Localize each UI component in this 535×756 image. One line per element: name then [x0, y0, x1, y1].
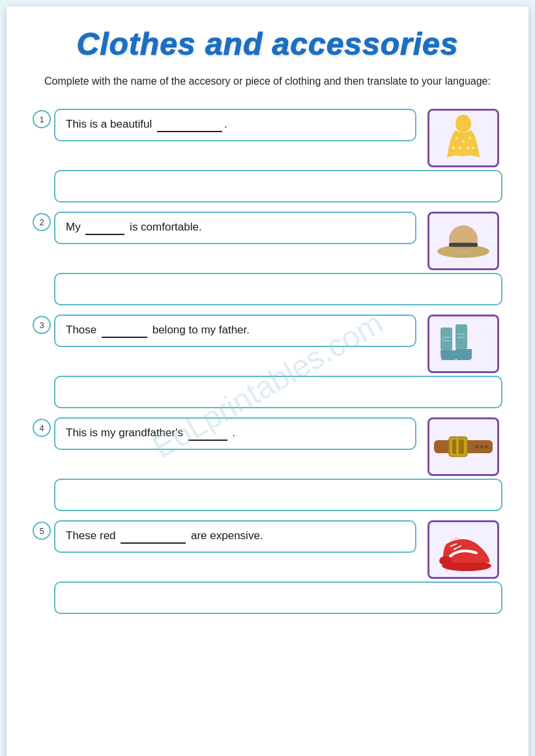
translate-box-1[interactable]: [54, 170, 502, 203]
sentence-box-4: This is my grandfather's .: [54, 417, 416, 450]
translate-box-2[interactable]: [54, 273, 502, 305]
number-bubble-3: 3: [33, 316, 51, 334]
svg-point-29: [439, 556, 452, 565]
dress-icon: [441, 112, 486, 164]
blank-1[interactable]: [157, 118, 222, 132]
number-bubble-2: 2: [33, 213, 51, 231]
sentence-box-5: These red are expensive.: [54, 520, 416, 553]
svg-point-1: [455, 137, 458, 139]
exercise-item-4: 4 This is my grandfather's .: [33, 417, 502, 511]
svg-rect-13: [441, 328, 452, 350]
page-title: Clothes and accessories: [33, 26, 502, 62]
sentence-text-3: Those belong to my father.: [66, 324, 250, 338]
exercise-item-2: 2 My is comfortable.: [33, 212, 502, 305]
svg-point-24: [484, 445, 487, 449]
hat-icon: [436, 220, 491, 262]
svg-rect-22: [456, 437, 459, 456]
sentence-text-2: My is comfortable.: [66, 221, 202, 235]
blank-5[interactable]: [121, 529, 186, 544]
svg-rect-12: [449, 243, 478, 247]
worksheet-page: EoLprintables.com Clothes and accessorie…: [7, 7, 528, 756]
blank-3[interactable]: [102, 324, 147, 338]
sentence-box-2: My is comfortable.: [54, 212, 416, 244]
svg-point-6: [452, 147, 455, 149]
number-bubble-1: 1: [33, 110, 51, 128]
svg-point-4: [459, 147, 461, 149]
image-frame-4: [427, 417, 499, 476]
boots-icon: [437, 318, 489, 370]
translate-box-4[interactable]: [54, 479, 502, 511]
svg-point-2: [462, 140, 465, 143]
svg-point-25: [475, 445, 478, 449]
svg-rect-14: [455, 324, 467, 349]
svg-point-23: [480, 445, 483, 449]
translate-box-5[interactable]: [54, 581, 502, 614]
sentence-text-1: This is a beautiful .: [66, 118, 227, 132]
sentence-text-4: This is my grandfather's .: [66, 427, 235, 441]
translate-box-3[interactable]: [54, 376, 502, 408]
image-frame-5: [427, 520, 499, 579]
image-frame-1: [427, 109, 499, 167]
image-frame-3: [427, 315, 499, 373]
svg-point-5: [467, 147, 469, 149]
svg-point-0: [455, 115, 471, 133]
exercise-item-5: 5 These red are expensive.: [33, 520, 502, 614]
blank-2[interactable]: [85, 221, 124, 235]
blank-4[interactable]: [188, 427, 227, 441]
svg-point-7: [472, 147, 474, 149]
number-bubble-5: 5: [33, 522, 51, 540]
sentence-text-5: These red are expensive.: [66, 529, 263, 544]
number-bubble-4: 4: [33, 419, 51, 437]
image-frame-2: [427, 212, 499, 270]
exercise-item-3: 3 Those belong to my father.: [33, 315, 502, 408]
exercise-item-1: 1 This is a beautiful .: [33, 109, 502, 203]
belt-icon: [433, 430, 495, 463]
svg-point-3: [469, 137, 471, 139]
shoes-icon: [434, 527, 493, 572]
sentence-box-1: This is a beautiful .: [54, 109, 416, 141]
sentence-box-3: Those belong to my father.: [54, 315, 416, 347]
subtitle: Complete with the name of the accesory o…: [33, 74, 502, 89]
